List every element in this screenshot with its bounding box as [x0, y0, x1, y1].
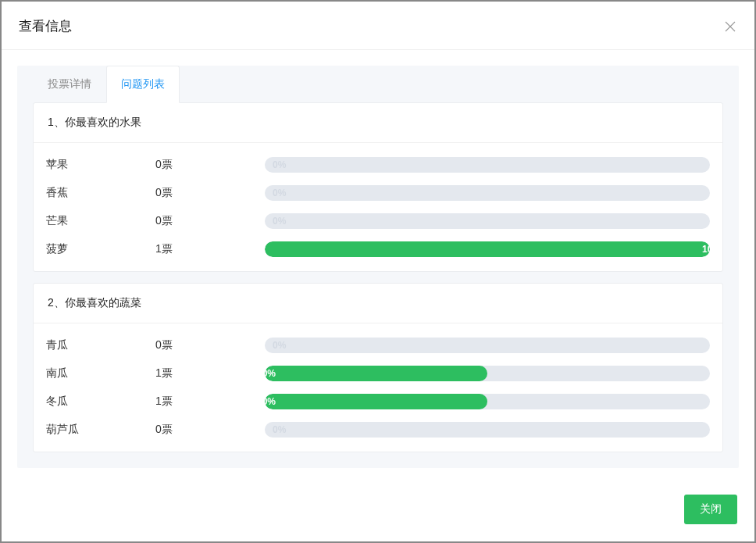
percent-label: 0%	[273, 159, 286, 170]
option-row: 青瓜0票0%	[46, 331, 710, 359]
percent-label: 50%	[265, 396, 480, 407]
option-votes: 0票	[155, 158, 265, 172]
question-card: 2、你最喜欢的蔬菜青瓜0票0%南瓜1票50%冬瓜1票50%葫芦瓜0票0%	[33, 283, 723, 452]
option-row: 南瓜1票50%	[46, 359, 710, 388]
option-votes: 0票	[155, 214, 265, 228]
modal-header: 查看信息	[2, 2, 754, 50]
question-title: 1、你最喜欢的水果	[34, 103, 722, 143]
percent-bar: 0%	[265, 157, 710, 173]
percent-label: 50%	[265, 368, 480, 379]
option-row: 葫芦瓜0票0%	[46, 416, 710, 444]
percent-bar: 50%	[265, 394, 710, 409]
option-row: 香蕉0票0%	[46, 179, 710, 207]
percent-bar: 0%	[265, 338, 710, 353]
percent-label: 0%	[273, 424, 286, 435]
option-votes: 1票	[155, 242, 265, 256]
question-body: 苹果0票0%香蕉0票0%芒果0票0%菠萝1票100%	[34, 143, 722, 271]
percent-bar: 100%	[265, 241, 710, 257]
percent-bar: 50%	[265, 366, 710, 381]
percent-bar-fill	[265, 241, 710, 257]
option-name: 葫芦瓜	[46, 423, 155, 437]
close-button[interactable]: 关闭	[684, 495, 737, 524]
tab-voting-details[interactable]: 投票详情	[33, 66, 106, 103]
option-name: 冬瓜	[46, 395, 155, 409]
modal-body: 投票详情 问题列表 1、你最喜欢的水果苹果0票0%香蕉0票0%芒果0票0%菠萝1…	[2, 50, 754, 495]
option-name: 香蕉	[46, 186, 155, 200]
percent-label: 0%	[273, 216, 286, 227]
modal-footer: 关闭	[2, 495, 754, 541]
modal-dialog: 查看信息 投票详情 问题列表 1、你最喜欢的水果苹果0票0%香蕉0票0%芒果0票…	[2, 2, 754, 541]
question-card: 1、你最喜欢的水果苹果0票0%香蕉0票0%芒果0票0%菠萝1票100%	[33, 102, 723, 272]
percent-bar: 0%	[265, 185, 710, 201]
close-icon[interactable]	[723, 20, 737, 34]
option-name: 芒果	[46, 214, 155, 228]
option-votes: 0票	[155, 338, 265, 352]
percent-label: 0%	[273, 340, 286, 351]
option-votes: 1票	[155, 395, 265, 409]
option-votes: 0票	[155, 186, 265, 200]
option-votes: 1票	[155, 366, 265, 380]
question-title: 2、你最喜欢的蔬菜	[34, 284, 722, 323]
tab-question-list[interactable]: 问题列表	[106, 66, 180, 103]
content-panel: 投票详情 问题列表 1、你最喜欢的水果苹果0票0%香蕉0票0%芒果0票0%菠萝1…	[17, 66, 739, 468]
percent-bar: 0%	[265, 213, 710, 229]
option-row: 冬瓜1票50%	[46, 388, 710, 416]
percent-label: 0%	[273, 188, 286, 198]
option-row: 苹果0票0%	[46, 151, 710, 179]
modal-title: 查看信息	[19, 17, 72, 35]
option-votes: 0票	[155, 423, 265, 437]
option-name: 菠萝	[46, 242, 155, 256]
option-name: 南瓜	[46, 366, 155, 380]
percent-bar: 0%	[265, 422, 710, 438]
option-row: 芒果0票0%	[46, 207, 710, 235]
question-body: 青瓜0票0%南瓜1票50%冬瓜1票50%葫芦瓜0票0%	[34, 323, 722, 452]
tab-bar: 投票详情 问题列表	[33, 66, 723, 103]
option-name: 青瓜	[46, 338, 155, 352]
option-name: 苹果	[46, 158, 155, 172]
option-row: 菠萝1票100%	[46, 235, 710, 263]
